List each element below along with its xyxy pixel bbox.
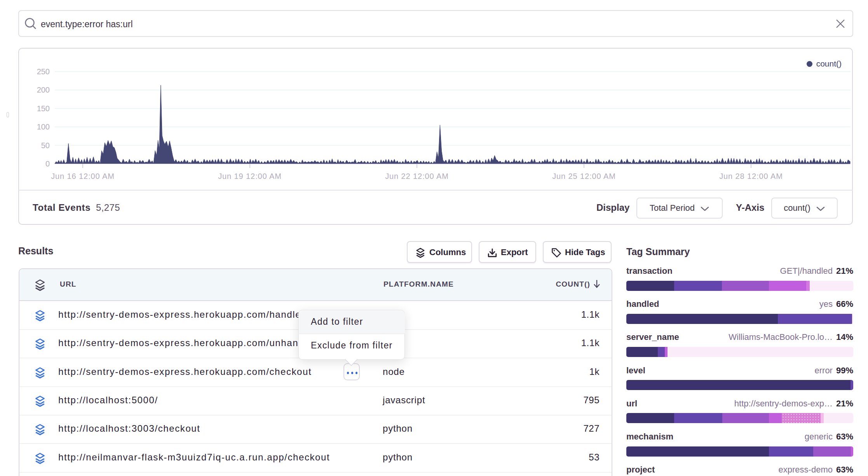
svg-text:0: 0 xyxy=(45,159,50,168)
svg-text:100: 100 xyxy=(37,122,50,131)
svg-text:150: 150 xyxy=(37,104,50,113)
svg-text:200: 200 xyxy=(37,86,50,94)
svg-text:Jun 16 12:00 AM: Jun 16 12:00 AM xyxy=(51,172,115,180)
svg-text:Jun 28 12:00 AM: Jun 28 12:00 AM xyxy=(719,172,783,180)
svg-text:250: 250 xyxy=(37,67,50,76)
svg-text:Jun 25 12:00 AM: Jun 25 12:00 AM xyxy=(552,172,616,180)
svg-text:50: 50 xyxy=(41,141,50,150)
svg-text:Jun 19 12:00 AM: Jun 19 12:00 AM xyxy=(218,172,282,180)
svg-text:Jun 22 12:00 AM: Jun 22 12:00 AM xyxy=(385,172,449,180)
